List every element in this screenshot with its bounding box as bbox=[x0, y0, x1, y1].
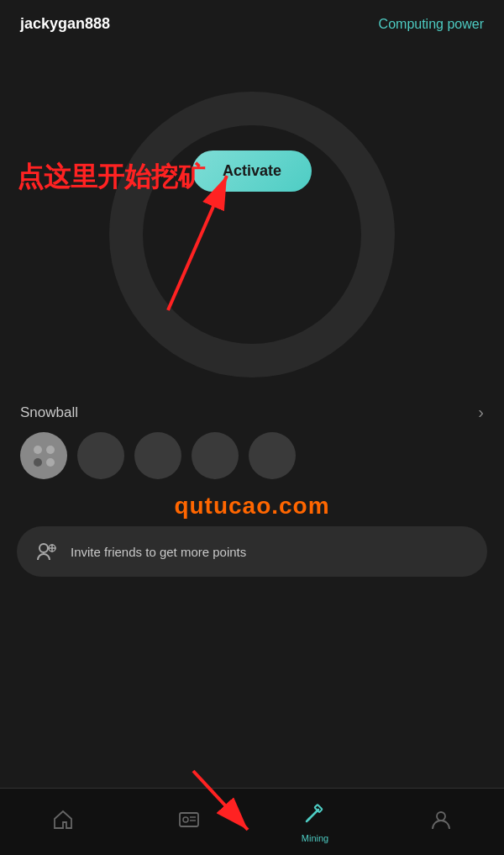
avatar-dot bbox=[34, 458, 42, 467]
svg-point-5 bbox=[183, 817, 188, 822]
avatar-empty-3 bbox=[192, 432, 239, 479]
activate-button[interactable]: Activate bbox=[192, 150, 312, 192]
avatar-dot bbox=[46, 446, 55, 454]
invite-icon bbox=[34, 538, 60, 565]
avatar-empty-4 bbox=[249, 432, 296, 479]
annotation-text: 点这里开始挖矿 bbox=[17, 159, 205, 196]
computing-power-link[interactable]: Computing power bbox=[379, 17, 484, 32]
avatar-empty-2 bbox=[134, 432, 181, 479]
bottom-nav: Mining bbox=[0, 788, 504, 855]
avatar-active bbox=[20, 432, 67, 479]
watermark-text: qutucao.com bbox=[0, 493, 504, 520]
svg-point-11 bbox=[437, 812, 445, 821]
nav-item-user[interactable] bbox=[378, 809, 504, 836]
mining-label: Mining bbox=[302, 833, 328, 843]
header: jackygan888 Computing power bbox=[0, 0, 504, 41]
mining-icon bbox=[303, 801, 327, 830]
nav-item-home[interactable] bbox=[0, 809, 126, 836]
avatar-dots bbox=[24, 435, 65, 477]
user-icon bbox=[430, 809, 452, 836]
svg-line-10 bbox=[307, 818, 310, 821]
idcard-icon bbox=[178, 809, 200, 836]
mining-area: Activate 点这里开始挖矿 bbox=[0, 58, 504, 411]
nav-item-mining[interactable]: Mining bbox=[252, 801, 378, 843]
nav-item-idcard[interactable] bbox=[126, 809, 252, 836]
invite-text: Invite friends to get more points bbox=[71, 545, 246, 559]
avatar-dot bbox=[46, 458, 55, 467]
avatar-empty-1 bbox=[77, 432, 124, 479]
home-icon bbox=[52, 809, 74, 836]
outer-ring bbox=[109, 92, 395, 377]
avatar-dot bbox=[34, 446, 42, 454]
avatar-row bbox=[20, 432, 484, 479]
invite-banner[interactable]: Invite friends to get more points bbox=[17, 526, 487, 577]
svg-point-2 bbox=[39, 544, 48, 552]
username: jackygan888 bbox=[20, 15, 110, 33]
